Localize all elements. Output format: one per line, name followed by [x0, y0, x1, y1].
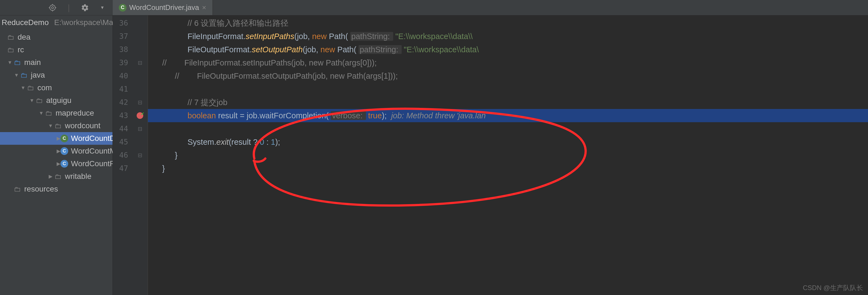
java-class-icon: C: [119, 4, 126, 11]
gutter-marker[interactable]: [132, 136, 148, 149]
tree-label: writable: [65, 172, 91, 181]
project-tree[interactable]: 🗀dea🗀rc🗀main🗀java🗀com🗀atguigu🗀mapreduce🗀…: [0, 31, 113, 196]
code-line: System.exit(result ? 0 : 1);: [148, 136, 868, 149]
tree-item-rc[interactable]: 🗀rc: [0, 43, 113, 56]
gutter-marker[interactable]: ⊟: [132, 96, 148, 109]
tree-item-wordcountreducer[interactable]: CWordCountReducer: [0, 157, 113, 170]
java-class-icon: C: [61, 160, 68, 167]
folder-icon: 🗀: [20, 71, 28, 79]
tree-item-mapreduce[interactable]: 🗀mapreduce: [0, 107, 113, 119]
tree-label: rc: [18, 46, 24, 54]
gutter-marker[interactable]: [132, 162, 148, 175]
line-number: 43: [113, 109, 132, 122]
folder-icon: 🗀: [13, 59, 22, 66]
folder-icon: 🗀: [13, 185, 22, 193]
tree-label: wordcount: [65, 121, 100, 130]
divider: |: [68, 3, 70, 12]
code-line: // 7 提交job: [148, 96, 868, 109]
toolbar: | ▼ C WordCountDriver.java ✕: [0, 0, 868, 16]
gear-icon[interactable]: [81, 4, 89, 12]
tree-item-wordcountmapper[interactable]: CWordCountMapper: [0, 145, 113, 157]
chevron-icon[interactable]: [7, 60, 13, 65]
tree-label: java: [31, 71, 45, 80]
folder-icon: 🗀: [26, 84, 35, 91]
chevron-icon[interactable]: [38, 110, 44, 116]
target-icon[interactable]: [49, 4, 57, 12]
tree-item-main[interactable]: 🗀main: [0, 56, 113, 69]
gutter-marker[interactable]: [132, 30, 148, 43]
java-class-icon: C: [61, 148, 68, 155]
line-number: 42: [113, 96, 132, 109]
chevron-down-icon[interactable]: ▼: [100, 5, 104, 10]
tree-item-wordcount[interactable]: 🗀wordcount: [0, 119, 113, 132]
code-line: FileOutputFormat.setOutputPath(job, new …: [148, 43, 868, 56]
chevron-icon[interactable]: [29, 98, 35, 104]
chevron-icon[interactable]: [13, 72, 20, 78]
tree-item-resources[interactable]: 🗀resources: [0, 183, 113, 196]
code-line: [148, 122, 868, 136]
code-line: }: [148, 149, 868, 162]
close-icon[interactable]: ✕: [202, 4, 207, 11]
gutter-line-numbers: 363738394041424344454647: [113, 16, 132, 295]
gutter-marker[interactable]: [132, 109, 148, 122]
chevron-icon[interactable]: [57, 148, 61, 154]
code-line: // FileOutputFormat.setOutputPath(job, n…: [148, 69, 868, 83]
tree-label: main: [24, 58, 41, 67]
tree-item-dea[interactable]: 🗀dea: [0, 31, 113, 43]
toolbar-left: | ▼: [0, 0, 113, 15]
fold-icon[interactable]: ⊟: [138, 99, 142, 105]
code-line: // FileInputFormat.setInputPaths(job, ne…: [148, 56, 868, 69]
gutter-marker[interactable]: [132, 83, 148, 96]
watermark: CSDN @生产队队长: [803, 284, 863, 292]
fold-icon[interactable]: ⊟: [138, 152, 142, 158]
code-area[interactable]: // 6 设置输入路径和输出路径 FileInputFormat.setInpu…: [148, 16, 868, 295]
gutter-marker[interactable]: [132, 43, 148, 56]
svg-point-0: [50, 5, 55, 10]
line-number: 41: [113, 83, 132, 96]
chevron-icon[interactable]: [47, 123, 54, 129]
line-number: 40: [113, 69, 132, 83]
breadcrumb: ReduceDemo E:\workspace\MapReduceDem: [0, 17, 113, 31]
gutter-marker[interactable]: ⊟: [132, 149, 148, 162]
tree-label: atguigu: [46, 96, 71, 105]
line-number: 38: [113, 43, 132, 56]
gutter-marker[interactable]: [132, 17, 148, 30]
chevron-icon[interactable]: [20, 85, 26, 91]
project-sidebar: ReduceDemo E:\workspace\MapReduceDem 🗀de…: [0, 16, 113, 295]
svg-point-1: [52, 7, 54, 9]
tree-item-atguigu[interactable]: 🗀atguigu: [0, 94, 113, 107]
chevron-icon[interactable]: [57, 161, 61, 167]
tree-label: resources: [24, 185, 58, 194]
folder-icon: 🗀: [7, 34, 15, 41]
line-number: 44: [113, 122, 132, 136]
tree-item-writable[interactable]: 🗀writable: [0, 170, 113, 183]
folder-icon: 🗀: [54, 122, 62, 129]
editor-tabs: C WordCountDriver.java ✕: [113, 0, 213, 15]
tab-wordcountdriver[interactable]: C WordCountDriver.java ✕: [113, 0, 213, 15]
tree-label: mapreduce: [56, 109, 94, 118]
code-line: [148, 83, 868, 96]
code-line-highlighted: boolean result = job.waitForCompletion( …: [148, 109, 868, 122]
chevron-icon[interactable]: [47, 173, 54, 179]
java-class-icon: C: [61, 135, 68, 142]
gutter-markers[interactable]: ⊟⊟⊟⊟: [132, 16, 148, 295]
chevron-icon[interactable]: [57, 136, 61, 142]
folder-icon: 🗀: [54, 173, 62, 180]
tree-item-java[interactable]: 🗀java: [0, 69, 113, 82]
line-number: 39: [113, 56, 132, 69]
code-line: // 6 设置输入路径和输出路径: [148, 17, 868, 30]
gutter-marker[interactable]: ⊟: [132, 122, 148, 136]
tree-item-wordcountdriver[interactable]: CWordCountDriver: [0, 132, 113, 145]
line-number: 47: [113, 162, 132, 175]
breakpoint-icon[interactable]: [137, 112, 143, 119]
tree-item-com[interactable]: 🗀com: [0, 82, 113, 94]
code-line: FileInputFormat.setInputPaths(job, new P…: [148, 30, 868, 43]
fold-icon[interactable]: ⊟: [138, 60, 142, 65]
gutter-marker[interactable]: ⊟: [132, 56, 148, 69]
fold-icon[interactable]: ⊟: [138, 126, 142, 131]
folder-icon: 🗀: [44, 110, 53, 117]
code-editor[interactable]: 363738394041424344454647 ⊟⊟⊟⊟ // 6 设置输入路…: [113, 16, 868, 295]
folder-icon: 🗀: [35, 97, 43, 104]
tab-label: WordCountDriver.java: [129, 3, 199, 12]
gutter-marker[interactable]: [132, 69, 148, 83]
